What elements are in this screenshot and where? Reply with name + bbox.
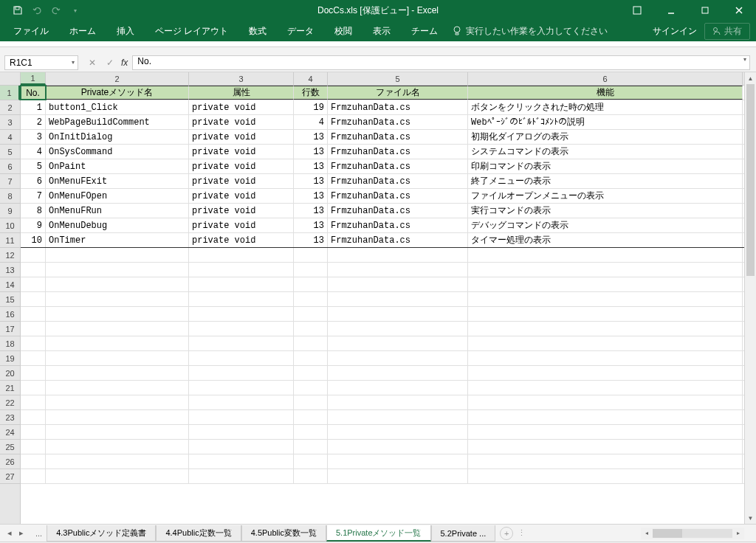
cell[interactable]: 10 [21,233,46,247]
cell[interactable]: OnTimer [46,233,189,247]
cell[interactable] [21,351,46,365]
column-header[interactable]: 1 [21,72,46,85]
cell[interactable] [21,440,46,454]
cell[interactable]: OnMenuFExit [46,174,189,188]
cell[interactable] [21,277,46,291]
name-box[interactable]: R1C1 ▾ [4,55,78,70]
column-header[interactable]: 4 [294,72,328,85]
row-header[interactable]: 21 [0,381,20,395]
cell[interactable] [46,322,189,336]
cell[interactable] [294,469,328,483]
expand-formula-icon[interactable]: ▾ [743,56,746,63]
sheet-tab[interactable]: 4.3Publicメソッド定義書 [47,525,156,542]
cell[interactable]: ファイルオープンメニューの表示 [468,189,743,203]
cell[interactable] [468,469,743,483]
cell[interactable] [294,454,328,468]
undo-button[interactable] [30,3,44,18]
sheet-tab[interactable]: 4.4Public定数一覧 [156,525,241,542]
ribbon-tab[interactable]: チーム [401,21,448,41]
cell[interactable]: 13 [294,159,328,173]
cell[interactable] [46,248,189,262]
cell[interactable] [328,277,468,291]
cell[interactable] [328,322,468,336]
cell[interactable]: private void [189,159,294,173]
cell[interactable]: タイマー処理の表示 [468,233,743,247]
cell[interactable] [468,440,743,454]
cell[interactable] [46,425,189,439]
cell[interactable]: 終了メニューの表示 [468,174,743,188]
fx-icon[interactable]: fx [120,58,132,68]
scroll-right-icon[interactable]: ▸ [732,530,744,536]
cell[interactable] [328,469,468,483]
cell[interactable]: FrmzuhanData.cs [328,174,468,188]
cell[interactable] [189,292,294,306]
cell[interactable] [294,425,328,439]
cell[interactable] [328,292,468,306]
cell[interactable]: デバッグコマンドの表示 [468,218,743,232]
row-header[interactable]: 9 [0,204,20,218]
cell[interactable]: 印刷コマンドの表示 [468,159,743,173]
cell[interactable] [46,336,189,350]
cell[interactable] [189,336,294,350]
cell[interactable]: WebPageBuildComment [46,115,189,129]
cell[interactable] [468,322,743,336]
ribbon-tab[interactable]: ファイル [3,21,59,41]
cell[interactable] [21,381,46,395]
cell[interactable]: 2 [21,115,46,129]
scrollbar-thumb[interactable] [746,84,755,276]
cell[interactable]: 9 [21,218,46,232]
row-header[interactable]: 22 [0,395,20,410]
maximize-button[interactable] [688,0,722,21]
row-header[interactable]: 16 [0,307,20,322]
row-header[interactable]: 17 [0,322,20,336]
ribbon-tab[interactable]: 校閲 [324,21,362,41]
cell[interactable] [21,292,46,306]
cell[interactable] [294,248,328,262]
cell[interactable] [294,395,328,409]
ribbon-tab[interactable]: データ [277,21,324,41]
cell[interactable]: OnMenuDebug [46,218,189,232]
row-header[interactable]: 24 [0,425,20,440]
cell[interactable] [189,263,294,277]
row-header[interactable]: 1 [0,86,20,100]
cell[interactable] [21,248,46,262]
cell[interactable] [46,395,189,409]
cell[interactable] [328,440,468,454]
cell[interactable]: 19 [294,100,328,114]
column-header[interactable]: 5 [328,72,468,85]
cell[interactable] [189,425,294,439]
cell[interactable]: 13 [294,233,328,247]
cell[interactable]: 13 [294,174,328,188]
cell[interactable]: private void [189,233,294,247]
cell[interactable] [46,351,189,365]
cell[interactable] [46,277,189,291]
cell[interactable] [189,440,294,454]
row-header[interactable]: 7 [0,174,20,189]
header-cell[interactable]: No. [21,86,46,100]
cell[interactable] [21,322,46,336]
cell[interactable] [46,454,189,468]
tab-nav-buttons[interactable]: ◂ ▸ [0,528,31,538]
cell[interactable]: 13 [294,130,328,144]
cell[interactable] [189,322,294,336]
cell[interactable] [46,292,189,306]
cell[interactable]: private void [189,204,294,218]
cell[interactable] [189,410,294,424]
cell[interactable]: FrmzuhanData.cs [328,204,468,218]
select-all-corner[interactable] [0,72,21,86]
cell[interactable] [21,307,46,321]
tell-me-box[interactable]: 実行したい作業を入力してください [453,25,608,38]
new-sheet-button[interactable]: + [500,527,513,540]
cell[interactable]: private void [189,174,294,188]
cell[interactable]: Webﾍﾟｰｼﾞのﾋﾞﾙﾄﾞｺﾒﾝﾄの説明 [468,115,743,129]
cell[interactable] [189,469,294,483]
row-header[interactable]: 23 [0,410,20,425]
cell[interactable]: 13 [294,204,328,218]
row-header[interactable]: 25 [0,440,20,454]
column-header[interactable]: 3 [189,72,294,85]
cell[interactable] [468,366,743,380]
share-button[interactable]: 共有 [704,23,750,40]
cell[interactable] [468,263,743,277]
header-cell[interactable]: Privateメソッド名 [46,86,189,100]
cell[interactable]: 5 [21,159,46,173]
